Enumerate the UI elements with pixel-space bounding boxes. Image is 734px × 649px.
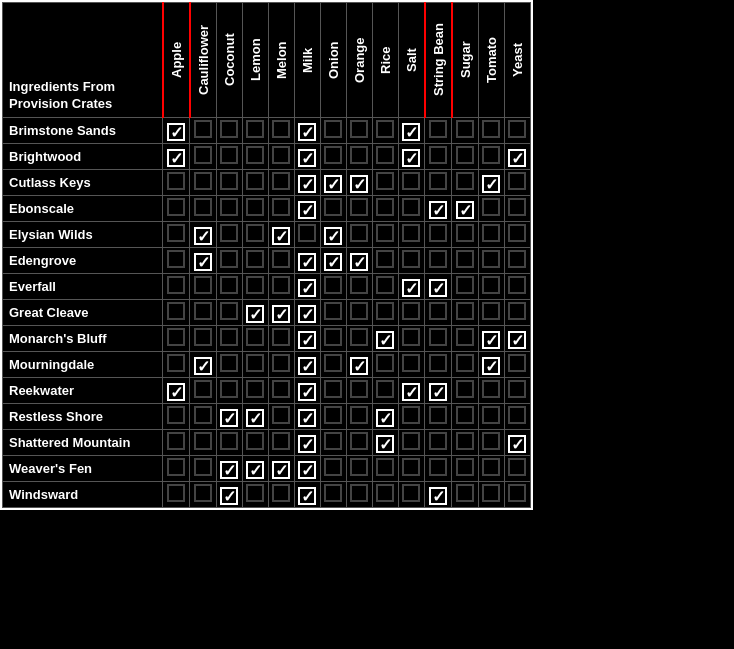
cell-milk [294,300,320,326]
cell-orange [346,300,372,326]
cell-cauliflower [190,170,217,196]
table-row: Windsward [3,482,531,508]
cell-orange [346,430,372,456]
cell-salt [398,352,425,378]
table-row: Ebonscale [3,196,531,222]
cell-melon [268,222,294,248]
cell-apple [163,222,190,248]
cell-cauliflower [190,430,217,456]
cell-rice [372,274,398,300]
cell-string-bean [425,326,452,352]
cell-orange [346,352,372,378]
main-table-wrap: Ingredients FromProvision Crates AppleCa… [0,0,533,510]
cell-cauliflower [190,326,217,352]
cell-onion [320,482,346,508]
table-row: Brightwood [3,144,531,170]
cell-sugar [452,326,479,352]
region-name: Edengrove [3,248,163,274]
cell-tomato [478,378,504,404]
cell-apple [163,326,190,352]
cell-milk [294,170,320,196]
cell-coconut [216,300,242,326]
cell-sugar [452,170,479,196]
table-row: Weaver's Fen [3,456,531,482]
cell-sugar [452,378,479,404]
cell-milk [294,144,320,170]
cell-yeast [504,222,530,248]
cell-lemon [242,274,268,300]
table-row: Everfall [3,274,531,300]
col-header-cauliflower: Cauliflower [190,3,217,118]
region-name: Elysian Wilds [3,222,163,248]
cell-tomato [478,196,504,222]
cell-yeast [504,482,530,508]
table-row: Brimstone Sands [3,118,531,144]
region-name: Brightwood [3,144,163,170]
cell-rice [372,144,398,170]
cell-string-bean [425,404,452,430]
cell-orange [346,222,372,248]
cell-milk [294,326,320,352]
table-row: Edengrove [3,248,531,274]
cell-yeast [504,352,530,378]
cell-milk [294,430,320,456]
cell-string-bean [425,456,452,482]
cell-lemon [242,404,268,430]
col-header-apple: Apple [163,3,190,118]
cell-lemon [242,482,268,508]
cell-milk [294,118,320,144]
cell-salt [398,274,425,300]
cell-tomato [478,430,504,456]
cell-string-bean [425,170,452,196]
cell-sugar [452,118,479,144]
table-row: Mourningdale [3,352,531,378]
col-header-string-bean: String Bean [425,3,452,118]
region-name: Brimstone Sands [3,118,163,144]
cell-orange [346,378,372,404]
cell-tomato [478,404,504,430]
cell-orange [346,482,372,508]
cell-tomato [478,144,504,170]
cell-melon [268,196,294,222]
cell-rice [372,196,398,222]
cell-lemon [242,430,268,456]
cell-string-bean [425,352,452,378]
cell-salt [398,378,425,404]
table-row: Great Cleave [3,300,531,326]
cell-tomato [478,456,504,482]
cell-lemon [242,196,268,222]
cell-orange [346,326,372,352]
cell-salt [398,144,425,170]
table-body: Brimstone SandsBrightwoodCutlass KeysEbo… [3,118,531,508]
cell-string-bean [425,118,452,144]
cell-rice [372,222,398,248]
cell-tomato [478,326,504,352]
cell-cauliflower [190,196,217,222]
cell-onion [320,430,346,456]
table-row: Shattered Mountain [3,430,531,456]
cell-orange [346,118,372,144]
cell-lemon [242,222,268,248]
cell-orange [346,196,372,222]
cell-yeast [504,300,530,326]
cell-cauliflower [190,352,217,378]
cell-tomato [478,222,504,248]
table-row: Elysian Wilds [3,222,531,248]
cell-tomato [478,274,504,300]
cell-yeast [504,248,530,274]
cell-onion [320,118,346,144]
cell-sugar [452,196,479,222]
cell-sugar [452,352,479,378]
cell-milk [294,352,320,378]
cell-coconut [216,170,242,196]
cell-apple [163,456,190,482]
col-header-yeast: Yeast [504,3,530,118]
cell-yeast [504,170,530,196]
cell-rice [372,352,398,378]
cell-coconut [216,352,242,378]
cell-yeast [504,118,530,144]
cell-milk [294,482,320,508]
cell-lemon [242,352,268,378]
cell-lemon [242,326,268,352]
cell-coconut [216,248,242,274]
